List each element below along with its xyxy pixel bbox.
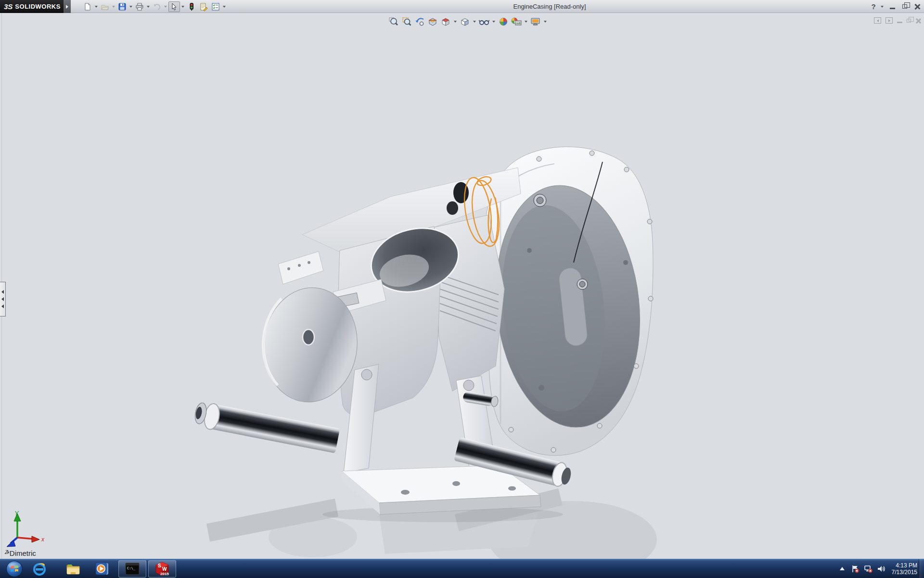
help-dropdown[interactable] bbox=[880, 1, 885, 12]
select-tool-button[interactable] bbox=[168, 1, 180, 12]
new-file-dropdown[interactable] bbox=[94, 1, 99, 12]
quick-access-toolbar bbox=[82, 1, 227, 12]
save-button[interactable] bbox=[116, 1, 128, 12]
sw-year: 2015 bbox=[160, 572, 169, 576]
traffic-light-icon bbox=[187, 2, 196, 11]
sw-letter-s: S bbox=[158, 563, 161, 568]
close-button[interactable] bbox=[912, 2, 922, 12]
taskbar-clock[interactable]: 4:13 PM 7/13/2015 bbox=[890, 562, 917, 576]
solidworks-2015-button[interactable]: S W 2015 bbox=[148, 560, 176, 578]
command-prompt-icon: C:\_ bbox=[125, 563, 140, 575]
undo-arrow-icon bbox=[153, 2, 161, 11]
internet-explorer-icon bbox=[31, 561, 48, 577]
solidworks-logo[interactable]: 3S SOLIDWORKS bbox=[0, 0, 64, 13]
save-floppy-icon bbox=[118, 2, 127, 11]
print-button[interactable] bbox=[134, 1, 145, 12]
system-tray: 4:13 PM 7/13/2015 bbox=[838, 559, 917, 578]
file-properties-icon bbox=[199, 2, 208, 11]
left-shaft[interactable] bbox=[193, 401, 340, 454]
minimize-button[interactable] bbox=[887, 2, 897, 12]
network-status-icon[interactable] bbox=[864, 565, 873, 573]
graphics-viewport[interactable]: Y x Z *Dimetric bbox=[0, 13, 924, 559]
print-dropdown[interactable] bbox=[146, 1, 151, 12]
show-desktop-button[interactable] bbox=[919, 559, 924, 578]
sw-letter-w: W bbox=[162, 566, 167, 572]
show-hidden-icons-button[interactable] bbox=[838, 565, 847, 573]
open-file-button[interactable] bbox=[99, 1, 111, 12]
windows-explorer-button[interactable] bbox=[64, 560, 83, 578]
clock-date: 7/13/2015 bbox=[892, 569, 917, 576]
options-button[interactable] bbox=[210, 1, 221, 12]
cursor-arrow-icon bbox=[170, 2, 179, 11]
folder-icon bbox=[65, 561, 81, 577]
media-player-icon bbox=[94, 561, 110, 577]
rebuild-button[interactable] bbox=[186, 1, 197, 12]
view-orientation-label: *Dimetric bbox=[7, 549, 36, 557]
options-dropdown[interactable] bbox=[222, 1, 227, 12]
windows-start-orb-icon bbox=[6, 560, 23, 578]
black-fitting bbox=[447, 201, 458, 215]
open-folder-icon bbox=[101, 2, 109, 11]
menu-expander-icon[interactable] bbox=[64, 0, 71, 13]
internet-explorer-button[interactable] bbox=[30, 560, 49, 578]
solidworks-2015-icon: S W 2015 bbox=[154, 561, 170, 577]
engine-casing-model[interactable] bbox=[0, 13, 924, 559]
select-dropdown[interactable] bbox=[180, 1, 185, 12]
help-button[interactable]: ? bbox=[870, 2, 877, 12]
ds-logo-mark: 3S bbox=[4, 2, 13, 11]
cmd-prompt-text: C:\_ bbox=[127, 566, 136, 570]
undo-dropdown[interactable] bbox=[163, 1, 168, 12]
undo-button[interactable] bbox=[151, 1, 163, 12]
options-checklist-icon bbox=[211, 2, 220, 11]
command-prompt-button[interactable]: C:\_ bbox=[118, 560, 146, 578]
save-dropdown[interactable] bbox=[128, 1, 133, 12]
window-title: EngineCasing [Read-only] bbox=[513, 3, 586, 10]
window-controls: ? bbox=[870, 0, 922, 13]
solidworks-window: 3S SOLIDWORKS bbox=[0, 0, 924, 578]
file-properties-button[interactable] bbox=[198, 1, 209, 12]
triad-x-label: x bbox=[41, 536, 45, 543]
media-player-button[interactable] bbox=[92, 560, 112, 578]
new-file-icon bbox=[83, 2, 92, 11]
new-file-button[interactable] bbox=[82, 1, 93, 12]
brand-name: SOLIDWORKS bbox=[15, 3, 61, 10]
mount-bracket bbox=[278, 251, 323, 284]
windows-taskbar: C:\_ S W 2015 bbox=[0, 559, 924, 578]
volume-icon[interactable] bbox=[877, 565, 886, 573]
triad-y-label: Y bbox=[14, 510, 19, 517]
hub-hole bbox=[303, 329, 314, 345]
open-file-dropdown[interactable] bbox=[111, 1, 116, 12]
printer-icon bbox=[135, 2, 144, 11]
start-button[interactable] bbox=[5, 560, 24, 578]
action-center-icon[interactable] bbox=[851, 565, 860, 573]
title-bar: 3S SOLIDWORKS bbox=[0, 0, 924, 13]
clock-time: 4:13 PM bbox=[892, 562, 917, 569]
restore-button[interactable] bbox=[900, 2, 910, 12]
